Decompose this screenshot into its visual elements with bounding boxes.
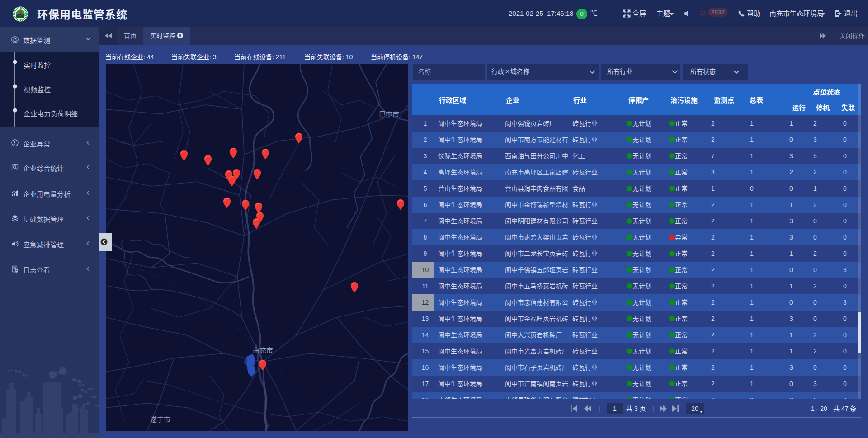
svg-text:南充市: 南充市 bbox=[253, 346, 273, 354]
svg-text:遂宁市: 遂宁市 bbox=[150, 415, 170, 423]
svg-text:巴中市: 巴中市 bbox=[379, 110, 399, 118]
